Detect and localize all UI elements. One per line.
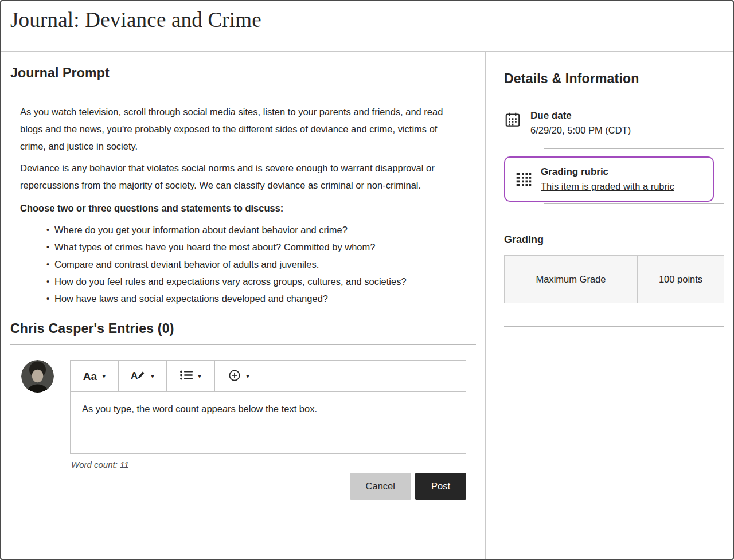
rubric-link[interactable]: This item is graded with a rubric bbox=[541, 181, 674, 191]
due-date-value: 6/29/20, 5:00 PM (CDT) bbox=[530, 125, 631, 136]
journal-page: Journal: Deviance and Crime Journal Prom… bbox=[0, 0, 734, 560]
details-divider bbox=[504, 95, 724, 95]
insert-content-button[interactable]: ▾ bbox=[215, 361, 263, 391]
prompt-question-intro: Choose two or three questions and statem… bbox=[20, 199, 457, 217]
svg-text:A: A bbox=[131, 370, 138, 381]
composer-actions: Cancel Post bbox=[70, 473, 466, 500]
bulleted-list-button[interactable]: ▾ bbox=[167, 361, 215, 391]
avatar bbox=[21, 360, 54, 393]
prompt-divider bbox=[10, 89, 476, 89]
calendar-icon bbox=[504, 111, 521, 131]
chevron-down-icon: ▾ bbox=[151, 372, 154, 380]
entries-divider bbox=[10, 344, 476, 345]
bulleted-list-icon bbox=[180, 370, 193, 382]
entry-composer-row: Aa ▾ A bbox=[10, 360, 476, 500]
entries-heading: Chris Casper's Entries (0) bbox=[10, 321, 476, 336]
editor-column: Aa ▾ A bbox=[70, 360, 466, 500]
editor-toolbar: Aa ▾ A bbox=[71, 361, 466, 392]
grading-rubric-highlight: Grading rubric This item is graded with … bbox=[504, 156, 714, 202]
grading-underline bbox=[504, 326, 724, 327]
entries-section: Chris Casper's Entries (0) bbox=[10, 321, 476, 500]
list-item: Where do you get your information about … bbox=[46, 221, 457, 238]
chevron-down-icon: ▾ bbox=[246, 372, 249, 380]
grading-table: Maximum Grade 100 points bbox=[504, 255, 724, 303]
word-count-value: 11 bbox=[120, 460, 129, 469]
text-style-icon: Aa bbox=[83, 371, 97, 382]
details-sidebar: Details & Information bbox=[486, 52, 733, 560]
due-date-text: Due date 6/29/20, 5:00 PM (CDT) bbox=[530, 110, 631, 136]
grading-table-label-cell: Maximum Grade bbox=[504, 255, 638, 303]
post-button[interactable]: Post bbox=[415, 473, 466, 500]
editor-textarea[interactable]: As you type, the word count appears belo… bbox=[71, 392, 466, 453]
rubric-icon bbox=[514, 170, 532, 190]
list-item: Compare and contrast deviant behavior of… bbox=[46, 256, 457, 273]
bullet-text: Compare and contrast deviant behavior of… bbox=[54, 256, 319, 273]
rubric-text: Grading rubric This item is graded with … bbox=[541, 166, 674, 192]
rubric-label: Grading rubric bbox=[541, 166, 674, 178]
bullet-text: What types of crimes have you heard the … bbox=[54, 238, 375, 256]
prompt-paragraph: Deviance is any behavior that violates s… bbox=[20, 159, 457, 194]
main-content: Journal Prompt As you watch television, … bbox=[1, 52, 486, 560]
page-title: Journal: Deviance and Crime bbox=[10, 6, 724, 34]
grading-table-value-cell: 100 points bbox=[637, 255, 724, 303]
word-count: Word count: 11 bbox=[71, 460, 466, 469]
prompt-paragraph: As you watch television, scroll through … bbox=[20, 103, 457, 155]
due-date-underline bbox=[544, 148, 724, 149]
list-item: How do you feel rules and expectations v… bbox=[46, 273, 457, 290]
chevron-down-icon: ▾ bbox=[102, 372, 106, 380]
rubric-underline bbox=[544, 203, 724, 204]
word-count-label: Word count: bbox=[71, 460, 118, 469]
text-style-button[interactable]: Aa ▾ bbox=[71, 361, 119, 391]
insert-content-icon bbox=[228, 369, 241, 383]
cancel-button[interactable]: Cancel bbox=[350, 473, 411, 500]
journal-prompt-heading: Journal Prompt bbox=[10, 65, 476, 81]
page-header: Journal: Deviance and Crime bbox=[1, 1, 733, 52]
due-date-row: Due date 6/29/20, 5:00 PM (CDT) bbox=[504, 110, 724, 136]
page-content: Journal Prompt As you watch television, … bbox=[1, 52, 733, 560]
text-editor: Aa ▾ A bbox=[70, 360, 466, 454]
journal-prompt-section: Journal Prompt As you watch television, … bbox=[10, 65, 476, 307]
prompt-body: As you watch television, scroll through … bbox=[10, 103, 457, 307]
bullet-text: How have laws and social expectations de… bbox=[54, 290, 328, 307]
list-item: What types of crimes have you heard the … bbox=[46, 238, 457, 256]
bullet-text: Where do you get your information about … bbox=[54, 221, 348, 238]
text-color-icon: A bbox=[131, 369, 146, 383]
grading-heading: Grading bbox=[504, 234, 724, 246]
chevron-down-icon: ▾ bbox=[198, 372, 201, 380]
due-date-label: Due date bbox=[530, 110, 631, 122]
list-item: How have laws and social expectations de… bbox=[46, 290, 457, 307]
text-color-button[interactable]: A ▾ bbox=[119, 361, 167, 391]
prompt-bullet-list: Where do you get your information about … bbox=[20, 221, 457, 307]
bullet-text: How do you feel rules and expectations v… bbox=[54, 273, 407, 290]
details-heading: Details & Information bbox=[504, 71, 724, 87]
